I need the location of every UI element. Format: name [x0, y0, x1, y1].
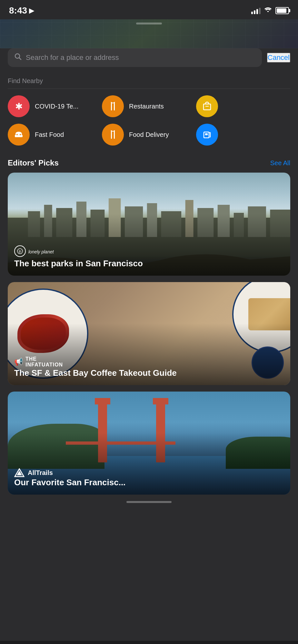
golden-gate-title: Our Favorite San Francisc...: [14, 477, 284, 488]
battery-icon: [275, 7, 289, 14]
svg-point-10: [20, 134, 21, 135]
sf-parks-card-content: lp lonely planet The best parks in San F…: [8, 239, 290, 276]
svg-line-1: [19, 58, 21, 60]
alltrails-logo: AllTrails: [14, 468, 284, 477]
status-bar: 8:43 ▶: [0, 0, 298, 19]
status-icons: [251, 7, 289, 15]
card-sf-parks[interactable]: lp lonely planet The best parks in San F…: [8, 173, 290, 276]
status-time: 8:43 ▶: [9, 5, 34, 16]
infatuation-icon: 📢: [14, 358, 23, 366]
delivery-icon: [102, 124, 124, 146]
grocery-icon: [196, 95, 218, 117]
clock: 8:43: [9, 5, 27, 16]
cancel-button[interactable]: Cancel: [267, 53, 290, 62]
alltrails-text: AllTrails: [28, 469, 53, 477]
editors-picks-header: Editors' Picks See All: [0, 152, 298, 173]
search-row: Search for a place or address Cancel: [8, 48, 290, 67]
svg-text:lp: lp: [19, 250, 21, 253]
lonely-planet-logo: lp lonely planet: [14, 245, 284, 258]
category-item-fastfood[interactable]: Fast Food: [8, 124, 102, 146]
gas-icon: [196, 124, 218, 146]
wifi-icon: [264, 7, 272, 15]
signal-icon: [251, 7, 261, 14]
svg-rect-14: [205, 133, 208, 135]
category-item-grocery[interactable]: [196, 95, 290, 117]
find-nearby-title: Find Nearby: [0, 72, 298, 89]
svg-point-8: [15, 132, 22, 136]
sf-parks-title: The best parks in San Francisco: [14, 258, 284, 269]
golden-gate-card-content: AllTrails Our Favorite San Francisc...: [8, 462, 290, 495]
svg-rect-2: [111, 102, 112, 110]
lp-circle: lp: [14, 245, 26, 257]
category-item-gas[interactable]: [196, 124, 290, 146]
coffee-guide-title: The SF & East Bay Coffee Takeout Guide: [14, 368, 284, 379]
search-icon: [14, 53, 22, 62]
restaurants-icon: [102, 95, 124, 117]
fastfood-icon: [8, 124, 30, 146]
svg-point-9: [16, 134, 18, 135]
editors-picks-title: Editors' Picks: [8, 158, 59, 167]
map-background: [0, 19, 298, 48]
infatuation-text: THEINFATUATION: [25, 356, 63, 368]
drag-handle[interactable]: [136, 23, 162, 24]
location-icon: ▶: [29, 7, 34, 14]
categories-grid: ✱ COVID-19 Te... Restaurants: [0, 89, 298, 152]
covid-icon: ✱: [8, 95, 30, 117]
category-item-covid[interactable]: ✱ COVID-19 Te...: [8, 95, 102, 117]
fastfood-label: Fast Food: [35, 131, 64, 138]
restaurants-label: Restaurants: [129, 103, 164, 110]
card-golden-gate[interactable]: AllTrails Our Favorite San Francisc...: [8, 392, 290, 495]
category-item-delivery[interactable]: Food Delivery: [102, 124, 196, 146]
infatuation-logo: 📢 THEINFATUATION: [14, 356, 284, 368]
svg-rect-7: [15, 136, 23, 137]
card-coffee-guide[interactable]: 📢 THEINFATUATION The SF & East Bay Coffe…: [8, 282, 290, 385]
covid-label: COVID-19 Te...: [35, 103, 78, 110]
svg-rect-11: [111, 130, 112, 139]
delivery-label: Food Delivery: [129, 131, 169, 138]
category-item-restaurants[interactable]: Restaurants: [102, 95, 196, 117]
lp-text: lonely planet: [28, 249, 54, 254]
coffee-guide-card-content: 📢 THEINFATUATION The SF & East Bay Coffe…: [8, 350, 290, 385]
alltrails-icon: [14, 468, 25, 477]
search-sheet: Search for a place or address Cancel Fin…: [0, 42, 298, 641]
svg-rect-3: [114, 102, 115, 110]
svg-rect-12: [114, 130, 115, 139]
home-indicator: [126, 501, 172, 503]
svg-rect-4: [204, 104, 211, 110]
search-placeholder: Search for a place or address: [26, 53, 119, 62]
editors-cards: lp lonely planet The best parks in San F…: [0, 173, 298, 495]
search-bar[interactable]: Search for a place or address: [8, 48, 262, 67]
see-all-button[interactable]: See All: [270, 159, 290, 167]
